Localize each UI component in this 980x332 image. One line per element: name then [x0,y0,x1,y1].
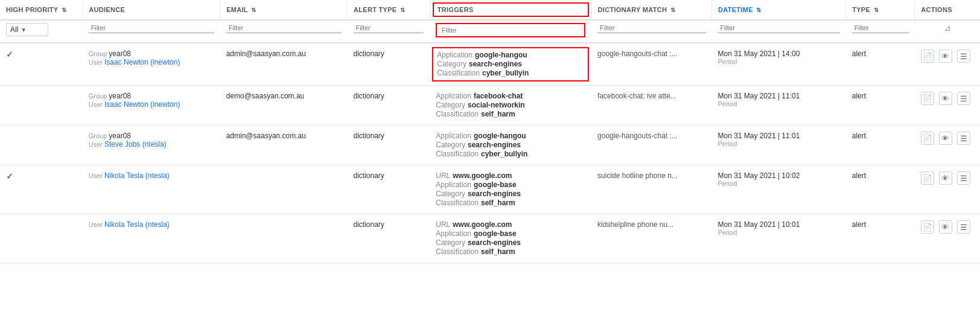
table-row: UserNikola Tesla (ntesla)dictionaryURLww… [0,214,980,263]
checkmark-icon: ✓ [6,49,13,59]
cell-datetime-2: Mon 31 May 2021 | 11:01Period [712,126,846,165]
cell-alerttype-1: dictionary [348,86,430,126]
filter-funnel-icon[interactable]: ⊿ [944,23,951,33]
alerts-table: HIGH PRIORITY ⇅ AUDIENCE EMAIL ⇅ ALERT T… [0,0,980,263]
action-eye-icon[interactable]: 👁 [939,49,952,63]
col-header-dictmatch: DICTIONARY MATCH ⇅ [591,0,711,20]
triggers-filter-input[interactable] [439,25,582,35]
type-value: alert [852,171,866,180]
cell-type-2: alert [846,126,915,165]
action-eye-icon[interactable]: 👁 [939,171,952,185]
trigger-app-line: Applicationgoogle-hangou [437,51,584,59]
type-value: alert [852,132,866,140]
action-document-icon[interactable]: 📄 [921,220,934,234]
type-filter-input[interactable] [852,23,909,33]
cell-audience-4: UserNikola Tesla (ntesla) [83,214,220,263]
audience-group-line: Groupyear08 [89,132,214,140]
col-header-priority: HIGH PRIORITY ⇅ [0,0,83,20]
cell-type-3: alert [846,165,915,214]
alerttype-value: dictionary [354,49,384,58]
trigger-url-line: URLwww.google.com [436,171,585,180]
col-header-datetime: DATETIME ⇅ [712,0,846,20]
datetime-main: Mon 31 May 2021 | 11:01 [718,92,840,100]
cell-audience-3: UserNikola Tesla (ntesla) [83,165,220,214]
datetime-sort-icon[interactable]: ⇅ [756,7,761,13]
audience-user-line: UserNikola Tesla (ntesla) [89,171,214,180]
action-eye-icon[interactable]: 👁 [939,92,952,105]
action-list-icon[interactable]: ☰ [957,92,970,105]
datetime-filter-input[interactable] [718,23,840,33]
cell-datetime-1: Mon 31 May 2021 | 11:01Period [712,86,846,126]
datetime-sub: Period [718,229,840,236]
action-list-icon[interactable]: ☰ [957,171,970,185]
cell-email-4 [220,214,348,263]
cell-priority-3: ✓ [0,165,83,214]
table-row: ✓UserNikola Tesla (ntesla)dictionaryURLw… [0,165,980,214]
cell-triggers-2: Applicationgoogle-hangouCategorysearch-e… [430,126,591,165]
action-document-icon[interactable]: 📄 [921,49,934,63]
email-value: admin@saasyan.com.au [226,132,306,140]
audience-filter-input[interactable] [89,23,214,33]
datetime-sub: Period [718,140,840,147]
cell-triggers-1: Applicationfacebook-chatCategorysocial-n… [430,86,591,126]
action-document-icon[interactable]: 📄 [921,132,934,145]
action-icons: 📄 👁 ☰ [921,220,974,234]
cell-priority-2 [0,126,83,165]
checkmark-icon: ✓ [6,171,13,181]
col-header-type: TYPE ⇅ [846,0,915,20]
action-icons: 📄 👁 ☰ [921,92,974,105]
cell-alerttype-4: dictionary [348,214,430,263]
alerttype-filter-input[interactable] [354,23,424,33]
type-value: alert [852,92,866,100]
trigger-url-line: URLwww.google.com [436,220,585,229]
filter-icon-cell: ⊿ [915,20,980,43]
audience-user-line: UserNikola Tesla (ntesla) [89,220,214,229]
type-sort-icon[interactable]: ⇅ [874,7,879,13]
cell-dictmatch-0: google-hangouts-chat :... [591,43,711,86]
cell-actions-1: 📄 👁 ☰ [915,86,980,126]
action-list-icon[interactable]: ☰ [957,49,970,63]
audience-group-line: Groupyear08 [89,92,214,100]
datetime-sub: Period [718,58,840,65]
cell-email-2: admin@saasyan.com.au [220,126,348,165]
cell-type-0: alert [846,43,915,86]
alerttype-value: dictionary [354,171,384,180]
table-row: ✓Groupyear08UserIsaac Newton (inewton)ad… [0,43,980,86]
cell-actions-0: 📄 👁 ☰ [915,43,980,86]
priority-sort-icon[interactable]: ⇅ [62,7,66,13]
filter-row: All ▼ [0,20,980,43]
alerttype-sort-icon[interactable]: ⇅ [400,7,405,13]
dictmatch-sort-icon[interactable]: ⇅ [670,7,675,13]
email-sort-icon[interactable]: ⇅ [251,7,256,13]
col-header-audience: AUDIENCE [83,0,220,20]
action-eye-icon[interactable]: 👁 [939,220,952,234]
datetime-main: Mon 31 May 2021 | 10:02 [718,171,840,180]
cell-audience-0: Groupyear08UserIsaac Newton (inewton) [83,43,220,86]
cell-type-1: alert [846,86,915,126]
alerts-table-container: HIGH PRIORITY ⇅ AUDIENCE EMAIL ⇅ ALERT T… [0,0,980,263]
trigger-app-line: Applicationfacebook-chat [436,92,585,100]
dictmatch-filter-input[interactable] [597,23,705,33]
action-list-icon[interactable]: ☰ [957,220,970,234]
cell-priority-1 [0,86,83,126]
cell-priority-4 [0,214,83,263]
alerttype-value: dictionary [354,220,384,229]
action-eye-icon[interactable]: 👁 [939,132,952,145]
table-row: Groupyear08UserIsaac Newton (inewton)dem… [0,86,980,126]
dictmatch-value: kidshelpline phone nu... [597,220,673,229]
action-document-icon[interactable]: 📄 [921,92,934,105]
priority-dropdown[interactable]: All ▼ [6,23,48,36]
table-row: Groupyear08UserSteve Jobs (ntesla)admin@… [0,126,980,165]
filter-alerttype-cell [348,20,430,43]
table-header-row: HIGH PRIORITY ⇅ AUDIENCE EMAIL ⇅ ALERT T… [0,0,980,20]
datetime-sub: Period [718,180,840,187]
action-list-icon[interactable]: ☰ [957,132,970,145]
action-document-icon[interactable]: 📄 [921,171,934,185]
trigger-highlight-box: Applicationgoogle-hangouCategorysearch-e… [432,47,589,81]
email-value: admin@saasyan.com.au [226,49,306,58]
audience-group-line: Groupyear08 [89,49,214,58]
email-filter-input[interactable] [226,23,342,33]
audience-user-line: UserSteve Jobs (ntesla) [89,140,214,148]
cell-dictmatch-2: google-hangouts-chat :... [591,126,711,165]
trigger-app-line: Applicationgoogle-base [436,180,585,189]
